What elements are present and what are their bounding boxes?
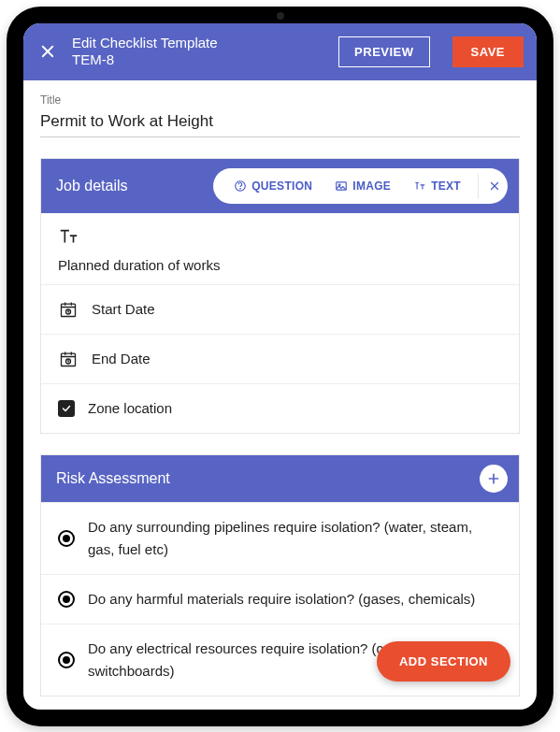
tablet-frame: Edit Checklist Template TEM-8 PREVIEW SA… bbox=[7, 7, 553, 726]
radio-icon bbox=[58, 652, 75, 668]
list-item[interactable]: Do any harmful materials require isolati… bbox=[41, 574, 519, 624]
item-label: Do any harmful materials require isolati… bbox=[88, 588, 475, 610]
list-item[interactable]: Start Date bbox=[41, 284, 519, 334]
list-item[interactable]: End Date bbox=[41, 334, 519, 383]
app-screen: Edit Checklist Template TEM-8 PREVIEW SA… bbox=[23, 23, 537, 710]
close-icon[interactable] bbox=[36, 40, 59, 63]
save-button[interactable]: SAVE bbox=[452, 36, 524, 67]
camera-notch bbox=[277, 12, 284, 20]
section-header: Risk Assessment bbox=[41, 455, 519, 502]
add-section-button[interactable]: ADD SECTION bbox=[377, 641, 510, 682]
add-item-button[interactable] bbox=[480, 465, 508, 493]
add-question-button[interactable]: QUESTION bbox=[224, 176, 322, 196]
section-job-details: Job details QUESTION IMAGE TEXT bbox=[40, 158, 520, 434]
app-header: Edit Checklist Template TEM-8 PREVIEW SA… bbox=[23, 23, 537, 81]
title-field-label: Title bbox=[40, 93, 520, 107]
list-item[interactable]: Do any surrounding pipelines require iso… bbox=[41, 502, 519, 574]
section-title: Job details bbox=[56, 178, 128, 194]
section-toolbar: QUESTION IMAGE TEXT bbox=[213, 168, 508, 204]
item-label: Start Date bbox=[92, 298, 155, 321]
calendar-icon bbox=[58, 299, 79, 320]
item-label: Do any surrounding pipelines require iso… bbox=[88, 516, 502, 561]
item-label: Planned duration of works bbox=[58, 254, 502, 277]
header-title: Edit Checklist Template bbox=[72, 35, 325, 52]
header-title-group: Edit Checklist Template TEM-8 bbox=[72, 35, 325, 70]
radio-icon bbox=[58, 591, 75, 608]
svg-point-3 bbox=[240, 189, 241, 190]
item-label: Zone location bbox=[88, 397, 172, 420]
image-label: IMAGE bbox=[352, 179, 391, 193]
question-label: QUESTION bbox=[251, 179, 312, 193]
text-label: TEXT bbox=[431, 179, 461, 193]
add-text-button[interactable]: TEXT bbox=[404, 176, 470, 196]
content-area[interactable]: Title Job details QUESTION IMAGE bbox=[23, 80, 537, 710]
list-item[interactable]: Planned duration of works bbox=[41, 213, 519, 284]
list-item[interactable]: Zone location bbox=[41, 383, 519, 433]
add-image-button[interactable]: IMAGE bbox=[325, 176, 400, 196]
checkbox-icon bbox=[58, 400, 75, 417]
calendar-icon bbox=[58, 349, 79, 369]
radio-icon bbox=[58, 530, 75, 547]
section-title: Risk Assessment bbox=[56, 470, 170, 487]
text-type-icon bbox=[58, 226, 79, 247]
toolbar-close-icon[interactable] bbox=[478, 174, 502, 198]
title-input[interactable] bbox=[40, 108, 520, 137]
item-label: End Date bbox=[92, 348, 151, 370]
section-header: Job details QUESTION IMAGE TEXT bbox=[41, 159, 519, 213]
header-subtitle: TEM-8 bbox=[72, 51, 325, 69]
preview-button[interactable]: PREVIEW bbox=[338, 36, 429, 67]
